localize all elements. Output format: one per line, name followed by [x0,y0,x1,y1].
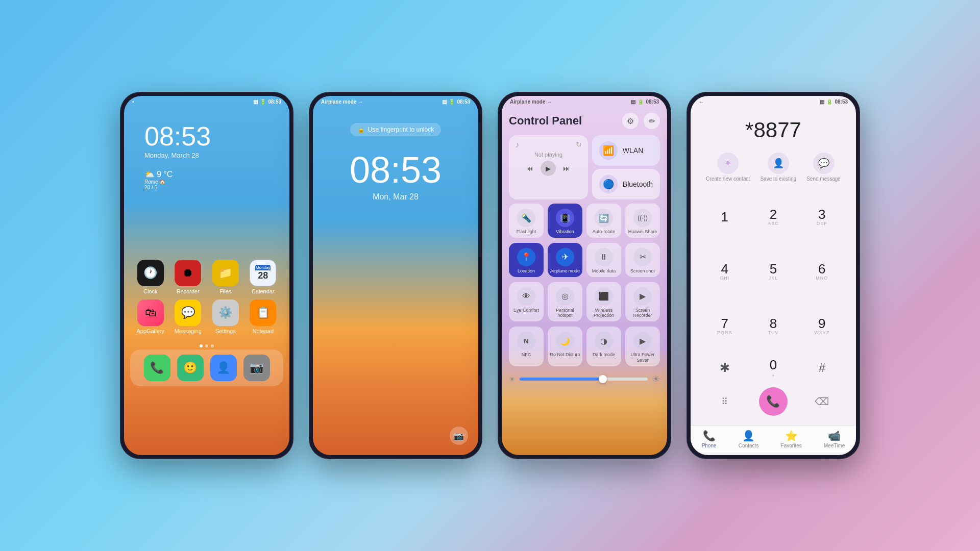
tile-flashlight[interactable]: 🔦 Flashlight [509,204,544,238]
tile-power-saver[interactable]: ▶ Ultra Power Saver [625,327,660,366]
nfc-label: NFC [522,352,531,358]
app-notepad[interactable]: 📋 Notepad [247,299,280,334]
time-4: 08:53 [835,99,848,105]
play-btn[interactable]: ▶ [541,161,556,176]
nav-phone-label: Phone [702,443,717,448]
wlan-icon: 📶 [599,141,618,160]
key-hash[interactable]: # [798,353,846,382]
tile-nfc[interactable]: N NFC [509,327,544,366]
key-8[interactable]: 8 TUV [749,299,797,353]
tile-autorotate[interactable]: 🔄 Auto-rotate [586,204,621,238]
brightness-control: ☀ ☀ [509,371,660,387]
tile-recorder[interactable]: ▶ Screen Recorder [625,282,660,322]
prev-btn[interactable]: ⏮ [526,164,533,172]
dock-contacts2[interactable]: 👤 [210,355,237,381]
key-7[interactable]: 7 PQRS [701,299,748,353]
status-right-2: ▤ 🔋 08:53 [442,99,470,105]
tile-eye-comfort[interactable]: 👁 Eye Comfort [509,282,544,322]
lock-camera-button[interactable]: 📷 [450,427,468,445]
brightness-slider[interactable] [520,378,648,381]
cp-edit-btn[interactable]: ✏ [644,113,660,129]
nav-contacts-label: Contacts [739,443,758,448]
messaging-icon: 💬 [175,299,201,326]
settings-label: Settings [215,328,236,334]
signal-icon-4: ▤ [820,99,824,105]
brightness-high-icon: ☀ [652,373,660,385]
send-message-action[interactable]: 💬 Send message [806,153,841,182]
dock-camera[interactable]: 📷 [243,355,270,381]
tile-huawei-share[interactable]: ((·)) Huawei Share [625,204,660,238]
key-6[interactable]: 6 MNO [798,244,846,298]
next-btn[interactable]: ⏭ [563,164,570,172]
dnd-label: Do Not Disturb [550,352,580,358]
screen-recorder-icon: ▶ [633,287,652,306]
tile-hotspot[interactable]: ◎ Personal hotspot [548,282,582,322]
nav-phone[interactable]: 📞 Phone [702,430,717,448]
key-star[interactable]: ✱ [701,353,748,382]
app-files[interactable]: 📁 Files [209,260,242,294]
tile-location[interactable]: 📍 Location [509,243,544,277]
cp-settings-btn[interactable]: ⚙ [622,113,639,129]
dot-1 [200,344,203,347]
save-existing-action[interactable]: 👤 Save to existing [760,153,796,182]
nav-favorites[interactable]: ⭐ Favorites [781,430,802,448]
app-calendar[interactable]: Monday 28 Calendar [247,260,280,294]
home-time: 08:53 Monday, March 28 [134,113,279,159]
key-9[interactable]: 9 WXYZ [798,299,846,353]
tile-dnd[interactable]: 🌙 Do Not Disturb [548,327,582,366]
wireless-icon: ⬛ [595,287,613,306]
app-clock[interactable]: 🕐 Clock [134,260,167,294]
app-recorder[interactable]: ⏺ Recorder [172,260,205,294]
delete-key[interactable]: ⌫ [798,383,846,420]
time-3: 08:53 [646,99,659,105]
tile-screenshot[interactable]: ✂ Screen shot [625,243,660,277]
tile-vibration[interactable]: 📳 Vibration [548,204,582,238]
airplane-icon: ✈ [556,248,574,266]
refresh-icon[interactable]: ↻ [576,140,582,149]
home-clock: 08:53 [144,123,269,149]
mobile-data-label: Mobile data [592,268,616,274]
key-3[interactable]: 3 DEF [798,190,846,243]
numpad: 1 2 ABC 3 DEF 4 GHI 5 JKL [691,190,856,353]
dock-contacts1[interactable]: 🙂 [177,355,204,381]
recorder-icon: ⏺ [175,260,201,286]
notepad-icon: 📋 [250,299,276,326]
settings-icon: ⚙️ [212,299,239,326]
battery-icon-2: 🔋 [449,99,455,105]
app-appgallery[interactable]: 🛍 AppGallery [134,299,167,334]
tile-wireless[interactable]: ⬛ Wireless Projection [586,282,621,322]
app-grid: 🕐 Clock ⏺ Recorder 📁 Files Monday 28 Cal… [124,252,289,342]
app-messaging[interactable]: 💬 Messaging [172,299,205,334]
create-contact-label: Create new contact [706,176,750,182]
app-settings[interactable]: ⚙️ Settings [209,299,242,334]
key-0[interactable]: 0 + [749,353,797,382]
tile-mobile-data[interactable]: ⏸ Mobile data [586,243,621,277]
brightness-thumb[interactable] [599,375,607,383]
key-4[interactable]: 4 GHI [701,244,748,298]
nfc-icon: N [517,332,535,350]
status-right-4: ▤ 🔋 08:53 [820,99,848,105]
phone-4-dialer: ← ▤ 🔋 08:53 *8877 + Create new contact 👤… [687,92,860,459]
bluetooth-tile[interactable]: 🔵 Bluetooth [592,169,660,199]
nav-meetime[interactable]: 📹 MeeTime [824,430,845,448]
dnd-icon: 🌙 [556,332,574,350]
screenshot-label: Screen shot [630,268,655,274]
nav-contacts[interactable]: 👤 Contacts [739,430,758,448]
wlan-tile[interactable]: 📶 WLAN [592,135,660,166]
files-icon: 📁 [212,260,239,286]
tile-dark-mode[interactable]: ◑ Dark mode [586,327,621,366]
tile-airplane[interactable]: ✈ Airplane mode [548,243,582,277]
flashlight-label: Flashlight [517,229,536,235]
key-2[interactable]: 2 ABC [749,190,797,243]
key-5[interactable]: 5 JKL [749,244,797,298]
dock-phone[interactable]: 📞 [144,355,170,381]
airplane-label: Airplane mode [550,268,580,274]
app-dock: 📞 🙂 👤 📷 [130,349,283,386]
send-message-icon: 💬 [813,153,835,174]
cp-grid-3: 👁 Eye Comfort ◎ Personal hotspot ⬛ Wirel… [509,282,660,322]
create-contact-action[interactable]: + Create new contact [706,153,750,182]
grid-key[interactable]: ⠿ [701,383,748,420]
key-1[interactable]: 1 [701,190,748,243]
status-left-1: • [132,99,134,105]
call-button[interactable]: 📞 [759,387,788,416]
